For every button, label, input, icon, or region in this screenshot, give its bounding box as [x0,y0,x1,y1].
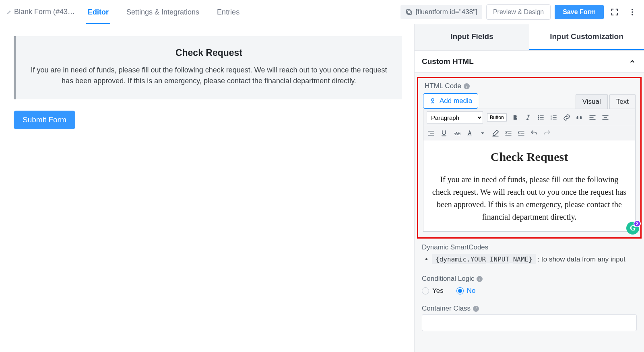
pencil-icon [6,9,12,15]
toolbar-row-1: Paragraph Button 123 [423,109,635,126]
underline-icon[interactable] [440,129,448,138]
indent-icon[interactable] [517,129,526,138]
blockquote-icon[interactable] [575,113,584,122]
format-select[interactable]: Paragraph [427,111,483,124]
container-class-label-row: Container Class i [422,305,637,313]
accordion-title: Custom HTML [422,57,474,66]
add-media-button[interactable]: Add media [423,93,478,109]
info-icon[interactable]: i [464,83,470,89]
radio-circle-icon [456,287,464,294]
fullscreen-button[interactable] [608,5,621,19]
html-block-title: Check Request [25,47,392,58]
svg-rect-13 [467,136,472,136]
bold-icon[interactable] [511,113,520,122]
html-block[interactable]: Check Request If you are in need of fund… [14,36,402,99]
text-color-dropdown-icon[interactable] [478,129,487,138]
insert-button-badge[interactable]: Button [487,113,507,121]
top-bar: Blank Form (#43… Editor Settings & Integ… [0,0,644,24]
grammarly-widget[interactable]: G 2 [626,222,639,235]
align-left-icon[interactable] [588,113,597,122]
save-form-button[interactable]: Save Form [555,5,604,19]
mode-tab-text[interactable]: Text [609,94,636,109]
right-panel: Input Fields Input Customization Custom … [415,24,644,352]
accordion-custom-html[interactable]: Custom HTML [415,51,644,73]
align-center-icon[interactable] [601,113,610,122]
html-code-section: HTML Code i Add media Visual Text Pa [417,77,642,239]
form-title[interactable]: Blank Form (#43… [6,8,75,16]
dynamic-smartcode-code[interactable]: {dynamic.YOUR_INPUT_NAME} [432,254,536,264]
media-icon [429,97,436,105]
link-icon[interactable] [562,113,571,122]
copy-icon [405,8,413,16]
svg-point-5 [431,99,434,101]
editor-mode-tabs: Visual Text [574,94,636,109]
svg-point-3 [632,11,633,13]
editor-top-controls: Add media Visual Text [423,93,636,109]
svg-rect-0 [408,11,411,14]
svg-text:ABC: ABC [455,132,461,136]
tab-settings[interactable]: Settings & Integrations [125,0,201,24]
numbered-list-icon[interactable]: 123 [549,113,558,122]
dynamic-smartcode-item: {dynamic.YOUR_INPUT_NAME} : to show data… [432,255,637,263]
preview-design-button[interactable]: Preview & Design [486,4,551,20]
html-block-body: If you are in need of funds, please fill… [25,65,392,86]
svg-point-2 [632,8,633,10]
shortcode-text: [fluentform id="438"] [416,8,477,16]
info-icon[interactable]: i [477,276,483,282]
nav-tabs: Editor Settings & Integrations Entries [86,0,241,24]
svg-point-6 [538,115,539,116]
bullet-list-icon[interactable] [537,113,545,122]
editor-content[interactable]: Check Request If you are in need of fund… [423,140,635,231]
dynamic-smartcode-desc: : to show data from any input [536,255,625,263]
expand-icon [610,8,619,16]
dynamic-smartcodes-label: Dynamic SmartCodes [422,243,488,251]
form-canvas: Check Request If you are in need of fund… [0,24,415,352]
form-title-text: Blank Form (#43… [14,8,75,16]
strikethrough-icon[interactable]: ABC [452,129,461,138]
svg-point-4 [632,14,633,15]
editor-content-body: If you are in need of funds, please fill… [431,173,627,223]
align-right-icon[interactable] [427,129,436,138]
chevron-up-icon [629,58,636,65]
svg-point-8 [538,119,539,119]
grammarly-badge: 2 [634,220,641,227]
dynamic-smartcodes-section: Dynamic SmartCodes {dynamic.YOUR_INPUT_N… [422,243,637,263]
mode-tab-visual[interactable]: Visual [576,94,608,109]
radio-yes[interactable]: Yes [422,287,444,295]
rich-text-editor: Paragraph Button 123 ABC [423,109,636,232]
container-class-label: Container Class [422,305,471,313]
tab-editor[interactable]: Editor [86,0,110,24]
radio-no-label: No [467,287,476,295]
conditional-logic-label: Conditional Logic [422,275,474,283]
clear-formatting-icon[interactable] [491,129,500,138]
container-class-field [422,314,637,331]
side-tab-input-fields[interactable]: Input Fields [415,24,529,50]
submit-button[interactable]: Submit Form [14,111,75,129]
main-area: Check Request If you are in need of fund… [0,24,644,352]
radio-no[interactable]: No [456,287,476,295]
toolbar-row-2: ABC [423,126,635,140]
conditional-logic-label-row: Conditional Logic i [422,275,637,283]
side-tab-input-customization[interactable]: Input Customization [529,24,644,50]
conditional-logic-radios: Yes No [422,287,637,295]
text-color-icon[interactable] [465,129,474,138]
shortcode-copy[interactable]: [fluentform id="438"] [400,5,482,19]
italic-icon[interactable] [524,113,533,122]
container-class-input[interactable] [422,314,637,331]
info-icon[interactable]: i [473,306,479,312]
svg-text:3: 3 [550,118,551,120]
topbar-right: [fluentform id="438"] Preview & Design S… [400,4,639,20]
tab-entries[interactable]: Entries [215,0,241,24]
dots-vertical-icon [628,8,637,16]
more-menu-button[interactable] [625,5,639,19]
svg-point-7 [538,117,539,118]
svg-rect-1 [407,10,410,13]
radio-yes-label: Yes [432,287,444,295]
radio-circle-icon [422,287,429,294]
panel-body: HTML Code i Add media Visual Text Pa [415,73,644,352]
undo-icon[interactable] [530,129,539,138]
editor-content-title: Check Request [431,150,627,164]
side-tabs: Input Fields Input Customization [415,24,644,51]
outdent-icon[interactable] [504,129,513,138]
redo-icon[interactable] [543,129,551,138]
